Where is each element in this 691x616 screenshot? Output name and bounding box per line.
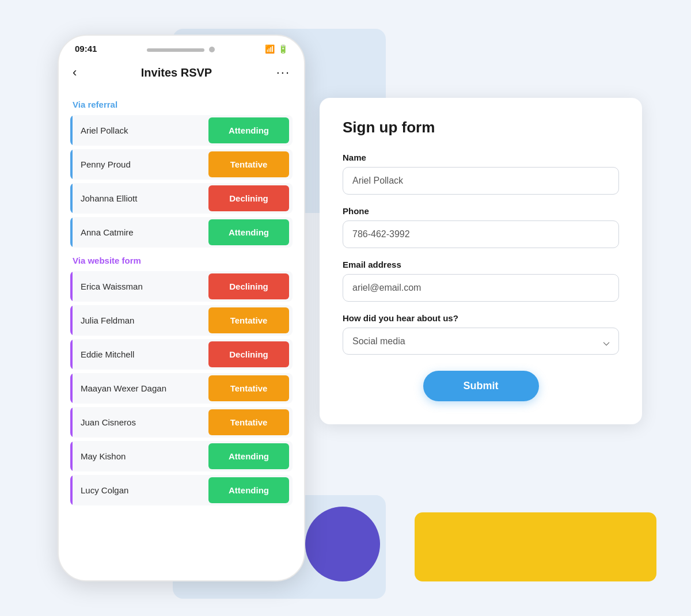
list-item: Penny Proud Tentative bbox=[70, 149, 293, 180]
deco-circle-purple bbox=[305, 507, 380, 581]
rsvp-status-badge: Tentative bbox=[208, 151, 289, 177]
rsvp-status-badge: Tentative bbox=[208, 409, 289, 435]
referral-dropdown-wrapper: Social media Friend referral Website Ema… bbox=[343, 328, 619, 355]
rsvp-status-badge: Attending bbox=[208, 443, 289, 469]
rsvp-status-badge: Attending bbox=[208, 117, 289, 143]
phone-content: Via referral Ariel Pollack Attending Pen… bbox=[59, 86, 304, 556]
signup-form-card: Sign up form Name Phone Email address Ho… bbox=[320, 98, 642, 424]
rsvp-status-badge: Tentative bbox=[208, 307, 289, 333]
phone-input[interactable] bbox=[343, 220, 619, 248]
invitee-name: May Kishon bbox=[73, 443, 208, 469]
invitee-name: Julia Feldman bbox=[73, 307, 208, 333]
list-item: Eddie Mitchell Declining bbox=[70, 339, 293, 370]
email-input[interactable] bbox=[343, 274, 619, 302]
invitee-name: Ariel Pollack bbox=[73, 117, 208, 143]
rsvp-status-badge: Attending bbox=[208, 219, 289, 245]
list-item: Anna Catmire Attending bbox=[70, 217, 293, 248]
phone-header: ‹ Invites RSVP ··· bbox=[59, 57, 304, 86]
rsvp-status-badge: Tentative bbox=[208, 375, 289, 401]
phone-title: Invites RSVP bbox=[141, 66, 212, 79]
section-label-website: Via website form bbox=[73, 256, 293, 265]
website-list: Erica Waissman Declining Julia Feldman T… bbox=[70, 271, 293, 505]
list-item: Erica Waissman Declining bbox=[70, 271, 293, 302]
bg-yellow-rect bbox=[415, 512, 656, 581]
list-item: Maayan Wexer Dagan Tentative bbox=[70, 373, 293, 404]
wifi-icon: 📶 bbox=[265, 44, 275, 54]
referral-list: Ariel Pollack Attending Penny Proud Tent… bbox=[70, 115, 293, 248]
list-item: Johanna Elliott Declining bbox=[70, 183, 293, 214]
phone-time: 09:41 bbox=[75, 44, 97, 54]
submit-button[interactable]: Submit bbox=[423, 371, 539, 401]
phone-mockup: 09:41 📶 🔋 ‹ Invites RSVP ··· Via referra… bbox=[58, 35, 305, 581]
name-label: Name bbox=[343, 153, 619, 162]
invitee-name: Maayan Wexer Dagan bbox=[73, 375, 208, 401]
name-input[interactable] bbox=[343, 167, 619, 195]
section-label-referral: Via referral bbox=[73, 100, 293, 109]
phone-label: Phone bbox=[343, 206, 619, 216]
invitee-name: Johanna Elliott bbox=[73, 185, 208, 211]
phone-status-bar: 09:41 📶 🔋 bbox=[59, 36, 304, 57]
invitee-name: Erica Waissman bbox=[73, 273, 208, 299]
more-button[interactable]: ··· bbox=[276, 65, 290, 80]
rsvp-status-badge: Declining bbox=[208, 185, 289, 211]
list-item: Juan Cisneros Tentative bbox=[70, 407, 293, 438]
back-button[interactable]: ‹ bbox=[73, 65, 77, 80]
rsvp-status-badge: Declining bbox=[208, 273, 289, 299]
referral-label: How did you hear about us? bbox=[343, 313, 619, 323]
rsvp-status-badge: Attending bbox=[208, 477, 289, 503]
list-item: Ariel Pollack Attending bbox=[70, 115, 293, 146]
list-item: May Kishon Attending bbox=[70, 441, 293, 471]
rsvp-status-badge: Declining bbox=[208, 341, 289, 367]
invitee-name: Anna Catmire bbox=[73, 219, 208, 245]
list-item: Lucy Colgan Attending bbox=[70, 475, 293, 505]
list-item: Julia Feldman Tentative bbox=[70, 305, 293, 336]
email-label: Email address bbox=[343, 260, 619, 269]
invitee-name: Eddie Mitchell bbox=[73, 341, 208, 367]
phone-status-icons: 📶 🔋 bbox=[265, 44, 288, 54]
form-title: Sign up form bbox=[343, 119, 619, 136]
invitee-name: Penny Proud bbox=[73, 151, 208, 177]
invitee-name: Lucy Colgan bbox=[73, 477, 208, 503]
invitee-name: Juan Cisneros bbox=[73, 409, 208, 435]
referral-select[interactable]: Social media Friend referral Website Ema… bbox=[343, 328, 619, 355]
battery-icon: 🔋 bbox=[278, 44, 288, 54]
